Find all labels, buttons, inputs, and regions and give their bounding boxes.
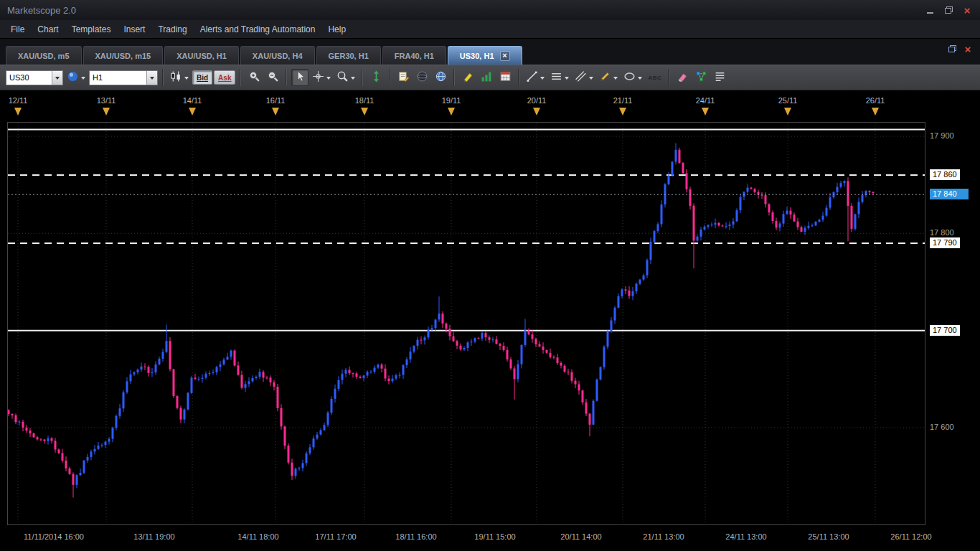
date-label: 20/11 (521, 96, 552, 105)
toolbar-separator (668, 69, 669, 86)
trend-line-tool-button[interactable] (524, 69, 547, 86)
channel-tool-button[interactable] (573, 69, 595, 86)
time-label: 14/11 18:00 (215, 532, 301, 541)
flag-marker-icon (103, 108, 110, 119)
price-line-label: 17 860 (930, 169, 960, 180)
menu-trading[interactable]: Trading (151, 20, 193, 39)
horizontal-line-tool-button[interactable] (548, 69, 571, 86)
pointer-tool-button[interactable] (291, 69, 308, 86)
restore-icon[interactable] (940, 4, 957, 17)
chart-window: 12/1113/1114/1116/1118/1119/1120/1121/11… (0, 90, 980, 551)
freehand-tool-button[interactable] (597, 69, 620, 86)
text-label-tool-button[interactable]: ABC (646, 69, 664, 86)
chart-plot-area[interactable] (7, 122, 925, 525)
instrument-info-button[interactable] (65, 69, 88, 86)
restore-chart-window-icon[interactable] (946, 43, 958, 55)
dropdown-caret-icon (565, 77, 569, 82)
time-label: 19/11 15:00 (452, 532, 538, 541)
tab-us30-h1[interactable]: US30, H1× (448, 46, 522, 65)
chart-list-button[interactable] (711, 69, 728, 86)
date-label: 16/11 (260, 96, 291, 105)
flag-marker-icon (14, 108, 22, 119)
indicators-button[interactable] (478, 69, 495, 86)
calendar-icon (499, 70, 512, 83)
flag-marker-icon (702, 108, 709, 119)
marker-tool-button[interactable] (459, 69, 476, 86)
menu-templates[interactable]: Templates (65, 20, 118, 39)
shape-tool-button[interactable] (621, 69, 644, 86)
price-line-label: 17 700 (930, 325, 960, 336)
time-label: 17/11 17:00 (293, 532, 379, 541)
autoscale-button[interactable] (367, 69, 385, 86)
chart-green-icon (481, 70, 493, 83)
price-grid-label: 17 600 (930, 422, 954, 433)
flag-marker-icon (533, 108, 540, 119)
bid-toggle-button-label: Bid (197, 74, 208, 82)
crosshair-tool-button[interactable] (310, 69, 333, 86)
menu-help[interactable]: Help (321, 20, 352, 39)
sphere-dark-icon (416, 70, 428, 83)
dropdown-caret-icon (540, 77, 545, 82)
list-icon (714, 70, 726, 83)
zoom-out-icon (267, 70, 279, 83)
tab-xau-usd-m15[interactable]: XAU/USD, m15 (83, 46, 164, 65)
bid-toggle-button[interactable]: Bid (192, 70, 212, 85)
tab-xau-usd-h4[interactable]: XAU/USD, H4 (240, 46, 315, 65)
menu-file[interactable]: File (4, 20, 31, 39)
date-label: 19/11 (435, 96, 467, 105)
flag-marker-icon (272, 108, 279, 119)
time-label: 20/11 14:00 (538, 532, 624, 541)
tab-label: XAU/USD, H4 (253, 52, 303, 60)
menu-insert[interactable]: Insert (117, 20, 151, 39)
candlestick-chart[interactable] (7, 122, 925, 525)
candles-icon (170, 70, 182, 83)
zoom-box-tool-button[interactable] (334, 69, 357, 86)
minimize-icon[interactable] (921, 4, 938, 17)
toolbar-separator (162, 69, 164, 86)
zoom-in-button[interactable] (245, 69, 263, 86)
tab-label: XAU/USD, H1 (176, 52, 227, 60)
tab-fra40-h1[interactable]: FRA40, H1 (382, 46, 446, 65)
symbol-combo[interactable]: US30 (6, 70, 63, 85)
date-label: 14/11 (176, 96, 208, 105)
window-controls: × (921, 4, 980, 17)
dropdown-caret-icon (184, 77, 189, 82)
symbol-combo-dropdown-icon[interactable] (52, 71, 62, 85)
tab-ger30-h1[interactable]: GER30, H1 (316, 46, 381, 65)
date-label: 21/11 (607, 96, 639, 105)
scale-icon (370, 70, 382, 83)
publish-chart-button[interactable] (692, 69, 710, 86)
ask-toggle-button-label: Ask (218, 74, 231, 82)
tab-label: FRA40, H1 (395, 52, 434, 60)
chart-type-button[interactable] (168, 69, 191, 86)
ask-toggle-button[interactable]: Ask (214, 70, 235, 85)
price-axis: 17 90017 80017 60017 86017 79017 70017 8… (927, 122, 980, 525)
magnifier-icon (336, 70, 349, 83)
close-icon[interactable]: × (958, 4, 976, 17)
tab-xau-usd-h1[interactable]: XAU/USD, H1 (164, 46, 239, 65)
notes-button[interactable] (395, 69, 412, 86)
toolbar-separator (518, 69, 519, 86)
time-label: 11/11/2014 16:00 (11, 532, 97, 541)
zoom-out-button[interactable] (264, 69, 281, 86)
date-label: 26/11 (859, 96, 891, 105)
tab-xau-usd-m5[interactable]: XAU/USD, m5 (6, 46, 82, 65)
price-line-label: 17 790 (930, 237, 960, 248)
period-combo-dropdown-icon[interactable] (146, 71, 157, 85)
browser-button[interactable] (432, 69, 449, 86)
eraser-tool-button[interactable] (674, 69, 691, 86)
toolbar-separator (240, 69, 241, 86)
economic-calendar-button[interactable] (496, 69, 514, 86)
view-3d-button[interactable] (413, 69, 430, 86)
date-label: 18/11 (349, 96, 380, 105)
menu-alerts-and-trading-automation[interactable]: Alerts and Trading Automation (194, 20, 322, 39)
close-chart-window-icon[interactable]: × (961, 43, 974, 55)
time-label: 21/11 13:00 (621, 532, 707, 541)
flag-marker-icon (448, 108, 455, 119)
period-combo[interactable]: H1 (89, 70, 158, 85)
flag-marker-icon (361, 108, 368, 119)
dropdown-caret-icon (81, 77, 85, 82)
time-label: 25/11 13:00 (786, 532, 872, 541)
tab-close-icon[interactable]: × (500, 51, 510, 61)
menu-chart[interactable]: Chart (31, 20, 65, 39)
